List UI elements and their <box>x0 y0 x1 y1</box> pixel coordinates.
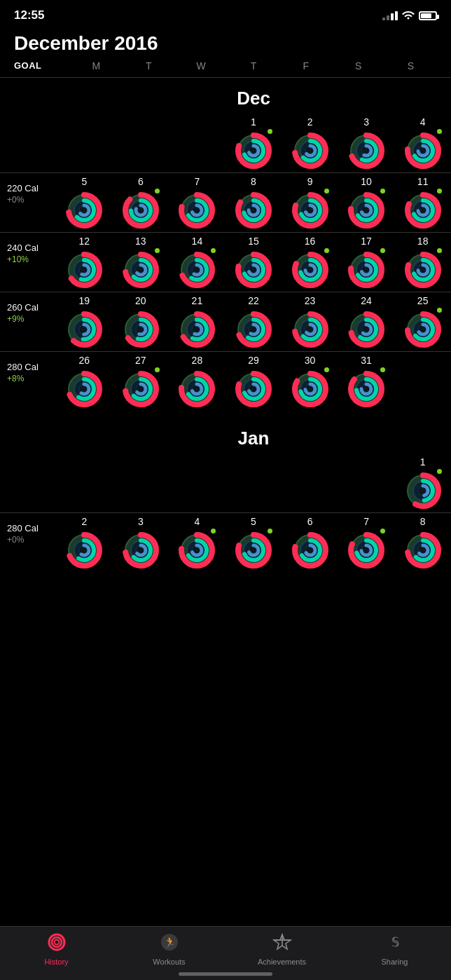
activity-ring <box>291 251 329 289</box>
day-cell[interactable]: 5 <box>229 516 278 569</box>
day-cell[interactable]: 31 <box>342 355 391 408</box>
day-cell[interactable]: 15 <box>229 236 278 289</box>
day-empty <box>60 456 109 510</box>
goal-info-280b: 280 Cal +0% <box>0 516 56 545</box>
activity-ring <box>404 311 442 348</box>
activity-ring <box>404 191 442 229</box>
day-cell[interactable]: 19 <box>60 295 109 348</box>
tab-achievements[interactable]: Achievements <box>226 932 338 966</box>
day-cell[interactable]: 8 <box>398 516 447 569</box>
day-cell[interactable]: 4 <box>398 116 447 170</box>
day-cell[interactable]: 21 <box>172 295 221 348</box>
tab-history-label: History <box>44 958 68 966</box>
day-cell[interactable]: 9 <box>286 176 335 229</box>
january-month-label: Jan <box>56 418 451 454</box>
day-cell[interactable]: 3 <box>116 516 165 569</box>
activity-ring <box>291 132 329 170</box>
january-section: Jan 1 <box>0 418 451 579</box>
tab-workouts[interactable]: 🏃 Workouts <box>113 932 226 966</box>
week-row: 220 Cal +0% 5 6 7 <box>0 173 451 232</box>
activity-ring <box>65 191 103 229</box>
tab-history[interactable]: History <box>0 932 113 966</box>
status-bar: 12:55 <box>0 0 451 27</box>
goal-info <box>0 116 56 123</box>
day-cell[interactable]: 26 <box>60 355 109 408</box>
tab-workouts-label: Workouts <box>153 958 185 966</box>
day-cell[interactable]: 4 <box>172 516 221 569</box>
status-time: 12:55 <box>14 8 44 22</box>
activity-ring <box>291 311 329 348</box>
day-cell[interactable]: 5 <box>60 176 109 229</box>
days-row: 1 2 3 <box>56 116 451 170</box>
days-row: 12 13 14 <box>56 236 451 289</box>
day-cell[interactable]: 29 <box>229 355 278 408</box>
day-cell[interactable]: 17 <box>342 236 391 289</box>
activity-ring <box>65 370 103 408</box>
activity-ring <box>404 531 442 569</box>
day-cell[interactable]: 2 <box>286 116 335 170</box>
day-empty <box>116 456 165 510</box>
activity-ring <box>347 132 385 170</box>
signal-bars-icon <box>382 11 398 20</box>
day-cell[interactable]: 18 <box>398 236 447 289</box>
activity-ring <box>122 251 160 289</box>
activity-ring <box>65 311 103 348</box>
day-cell[interactable]: 11 <box>398 176 447 229</box>
day-cell[interactable]: 2 <box>60 516 109 569</box>
day-cell[interactable]: 20 <box>116 295 165 348</box>
activity-ring <box>235 370 272 408</box>
activity-ring <box>291 370 329 408</box>
activity-ring <box>291 191 329 229</box>
day-cell[interactable]: 16 <box>286 236 335 289</box>
activity-ring <box>291 531 329 569</box>
day-cell[interactable]: 10 <box>342 176 391 229</box>
day-cell[interactable]: 8 <box>229 176 278 229</box>
day-empty <box>286 456 335 510</box>
tab-sharing-label: Sharing <box>382 958 408 966</box>
day-empty <box>60 116 109 170</box>
day-cell[interactable]: 12 <box>60 236 109 289</box>
days-row: 2 3 4 <box>56 516 451 569</box>
day-cell[interactable]: 1 <box>398 456 447 510</box>
day-cell[interactable]: 27 <box>116 355 165 408</box>
december-section: Dec 1 2 <box>0 78 451 418</box>
activity-ring <box>65 251 103 289</box>
day-empty <box>172 116 221 170</box>
day-cell[interactable]: 25 <box>398 295 447 348</box>
day-cell[interactable]: 3 <box>342 116 391 170</box>
december-month-label: Dec <box>56 78 451 114</box>
day-cell[interactable]: 14 <box>172 236 221 289</box>
day-cell[interactable]: 24 <box>342 295 391 348</box>
tab-sharing[interactable]: 𝕊 Sharing <box>338 932 451 966</box>
day-empty <box>172 456 221 510</box>
scroll-content: Dec 1 2 <box>0 78 451 649</box>
day-cell[interactable]: 6 <box>116 176 165 229</box>
activity-ring <box>347 370 385 408</box>
day-cell[interactable]: 7 <box>342 516 391 569</box>
history-icon <box>47 932 67 955</box>
day-cell[interactable]: 30 <box>286 355 335 408</box>
day-cell[interactable]: 13 <box>116 236 165 289</box>
day-cell[interactable]: 23 <box>286 295 335 348</box>
goal-info-260: 260 Cal +9% <box>0 295 56 324</box>
week-row: 1 2 3 <box>0 114 451 172</box>
activity-ring <box>122 311 160 348</box>
days-row: 1 <box>56 456 451 510</box>
wifi-icon <box>402 10 415 22</box>
day-cell[interactable]: 7 <box>172 176 221 229</box>
activity-ring <box>235 251 272 289</box>
day-cell[interactable]: 22 <box>229 295 278 348</box>
day-cell[interactable]: 1 <box>229 116 278 170</box>
goal-info-240: 240 Cal +10% <box>0 236 56 264</box>
activity-ring <box>122 191 160 229</box>
activity-ring <box>347 251 385 289</box>
svg-text:🏃: 🏃 <box>163 937 176 948</box>
goal-info <box>0 456 56 463</box>
battery-icon <box>419 11 437 20</box>
activity-ring <box>235 132 272 170</box>
day-headers: M T W T F S S <box>70 60 437 72</box>
header-month: December 2016 <box>14 32 437 55</box>
day-cell[interactable]: 28 <box>172 355 221 408</box>
svg-point-236 <box>54 940 59 945</box>
day-cell[interactable]: 6 <box>286 516 335 569</box>
